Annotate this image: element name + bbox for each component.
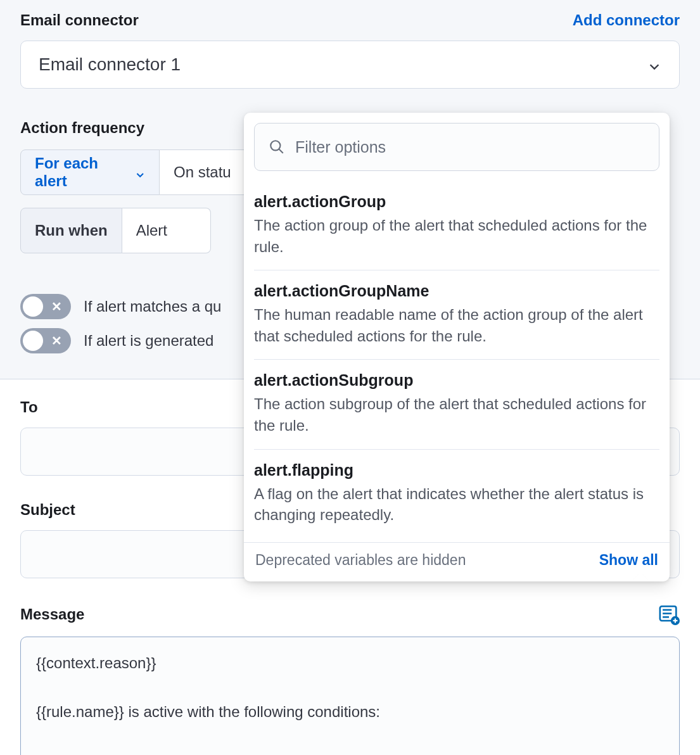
popover-footer: Deprecated variables are hidden Show all xyxy=(244,542,670,581)
toggle-knob xyxy=(23,296,43,317)
frequency-status-value: On statu xyxy=(174,163,231,181)
run-when-label: Run when xyxy=(20,208,122,253)
option-item[interactable]: alert.actionSubgroupThe action subgroup … xyxy=(254,360,659,449)
options-list[interactable]: alert.actionGroupThe action group of the… xyxy=(244,181,670,542)
run-when-select[interactable]: Alert xyxy=(122,208,211,253)
option-item[interactable]: alert.actionGroupThe action group of the… xyxy=(254,181,659,270)
connector-header: Email connector Add connector xyxy=(20,11,680,29)
query-condition-toggle[interactable]: ✕ xyxy=(20,294,71,319)
filter-input-wrapper[interactable] xyxy=(254,123,659,171)
option-name: alert.actionGroupName xyxy=(254,282,659,300)
message-textarea[interactable] xyxy=(20,637,680,755)
svg-line-8 xyxy=(279,149,283,153)
deprecated-note: Deprecated variables are hidden xyxy=(255,552,466,569)
close-icon: ✕ xyxy=(51,299,62,314)
generated-condition-toggle[interactable]: ✕ xyxy=(20,328,71,353)
close-icon: ✕ xyxy=(51,333,62,348)
connector-label: Email connector xyxy=(20,11,139,29)
frequency-status-select[interactable]: On statu xyxy=(160,149,248,195)
option-name: alert.actionGroup xyxy=(254,193,659,211)
frequency-mode-value: For each alert xyxy=(35,155,126,190)
toggle-knob xyxy=(23,331,43,351)
chevron-down-icon xyxy=(135,167,145,178)
message-label: Message xyxy=(20,606,84,623)
run-when-row: Run when Alert xyxy=(20,208,248,253)
option-description: The action group of the alert that sched… xyxy=(254,215,659,257)
option-item[interactable]: alert.actionGroupNameThe human readable … xyxy=(254,270,659,360)
add-connector-link[interactable]: Add connector xyxy=(573,11,680,29)
option-name: alert.actionSubgroup xyxy=(254,371,659,390)
filter-options-input[interactable] xyxy=(295,138,645,156)
chevron-down-icon xyxy=(647,58,661,72)
svg-point-7 xyxy=(270,141,280,150)
show-all-link[interactable]: Show all xyxy=(599,552,658,569)
connector-select[interactable]: Email connector 1 xyxy=(20,41,680,89)
option-name: alert.flapping xyxy=(254,461,659,479)
search-icon xyxy=(269,139,285,155)
connector-selected-value: Email connector 1 xyxy=(39,54,181,75)
variable-popover: alert.actionGroupThe action group of the… xyxy=(244,113,670,581)
query-condition-label: If alert matches a qu xyxy=(84,298,221,315)
run-when-value: Alert xyxy=(136,222,167,239)
frequency-mode-select[interactable]: For each alert xyxy=(20,149,160,195)
generated-condition-label: If alert is generated xyxy=(84,332,213,350)
frequency-mode-row: For each alert On statu xyxy=(20,149,248,195)
option-description: The human readable name of the action gr… xyxy=(254,304,659,346)
option-description: The action subgroup of the alert that sc… xyxy=(254,393,659,436)
insert-variable-button[interactable] xyxy=(658,604,680,625)
option-description: A flag on the alert that indicates wheth… xyxy=(254,483,659,526)
option-item[interactable]: alert.flappingA flag on the alert that i… xyxy=(254,450,659,538)
